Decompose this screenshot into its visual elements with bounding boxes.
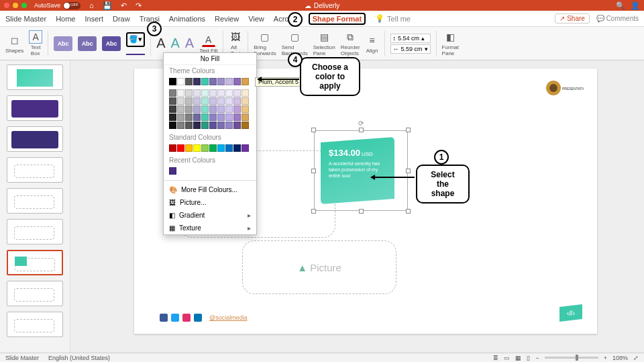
colour-swatch[interactable] (185, 89, 193, 97)
tab-review[interactable]: Review (215, 15, 239, 23)
shapes-button[interactable]: ◻Shapes (5, 34, 23, 54)
zoom-slider[interactable] (545, 357, 598, 359)
selected-shape[interactable]: ⟳ $134.00USD A wonderful serenity has ta… (314, 130, 408, 211)
colour-swatch[interactable] (233, 114, 241, 121)
maximize-window-icon[interactable] (21, 3, 27, 8)
zoom-in-icon[interactable]: + (604, 355, 607, 361)
colour-swatch[interactable] (169, 105, 176, 113)
tab-acrobat[interactable]: Acrobat (274, 15, 299, 23)
pinterest-icon[interactable] (182, 314, 191, 322)
textbox-button[interactable]: AText Box (29, 30, 42, 56)
resize-handle[interactable] (311, 169, 316, 173)
colour-swatch[interactable] (241, 97, 249, 105)
colour-swatch[interactable] (201, 89, 209, 97)
colour-swatch[interactable] (209, 105, 217, 113)
colour-swatch[interactable] (225, 89, 233, 97)
tell-me[interactable]: 💡Tell me (375, 14, 411, 23)
colour-swatch[interactable] (169, 122, 176, 129)
no-fill-option[interactable]: No Fill (164, 53, 256, 65)
colour-swatch[interactable] (193, 144, 201, 152)
view-reading-icon[interactable]: ▯ (527, 355, 530, 361)
colour-swatch[interactable] (209, 122, 217, 129)
resize-handle[interactable] (359, 128, 364, 132)
colour-swatch[interactable] (201, 114, 209, 121)
shape-style-2[interactable]: Abc (78, 36, 97, 51)
thumbnail-selected[interactable] (7, 250, 63, 275)
undo-icon[interactable]: ↶ (121, 1, 127, 10)
colour-swatch[interactable] (233, 122, 241, 129)
colour-swatch[interactable] (233, 144, 241, 152)
slide-canvas[interactable]: PRESENTATIONS ▲ Picture ⟳ $134.00USD (70, 60, 644, 353)
tab-transitions[interactable]: Transitions (140, 15, 160, 23)
colour-swatch[interactable] (185, 78, 193, 85)
colour-swatch[interactable] (225, 105, 233, 113)
colour-swatch[interactable] (241, 144, 249, 152)
share-button[interactable]: ↗ Share (555, 13, 589, 24)
colour-swatch[interactable] (169, 89, 176, 97)
home-icon[interactable]: ⌂ (89, 1, 94, 9)
colour-swatch[interactable] (193, 114, 201, 121)
wordart-style-2[interactable]: A (170, 36, 179, 51)
redo-icon[interactable]: ↷ (136, 1, 142, 10)
colour-swatch[interactable] (233, 97, 241, 105)
colour-swatch[interactable] (193, 89, 201, 97)
shape-outline-dropdown[interactable] (126, 48, 145, 55)
width-input[interactable]: ↔ 5.59 cm ▾ (390, 44, 431, 54)
align-button[interactable]: ≡Align (366, 34, 379, 54)
texture-fill[interactable]: ▦Texture▸ (164, 222, 256, 234)
colour-swatch[interactable] (225, 97, 233, 105)
colour-swatch[interactable] (177, 144, 184, 152)
thumbnail[interactable] (7, 64, 63, 90)
resize-handle[interactable] (359, 209, 364, 214)
tab-home[interactable]: Home (56, 15, 75, 23)
colour-swatch[interactable] (217, 78, 225, 85)
colour-swatch[interactable] (193, 78, 201, 85)
colour-swatch[interactable] (225, 122, 233, 129)
colour-swatch[interactable] (169, 144, 176, 152)
colour-swatch[interactable] (169, 97, 176, 105)
tab-insert[interactable]: Insert (85, 15, 103, 23)
thumbnail[interactable] (7, 95, 63, 121)
colour-swatch[interactable] (193, 122, 201, 129)
picture-fill[interactable]: 🖼Picture... (164, 196, 256, 209)
colour-swatch[interactable] (233, 78, 241, 85)
colour-swatch[interactable] (185, 97, 193, 105)
wordart-style-1[interactable]: A (156, 36, 165, 51)
resize-handle[interactable] (311, 128, 316, 132)
zoom-out-icon[interactable]: − (535, 355, 539, 361)
colour-swatch[interactable] (169, 167, 176, 175)
shape-style-1[interactable]: Abc (54, 36, 72, 51)
text-fill-button[interactable]: AText Fill (199, 34, 217, 54)
tab-shape-format[interactable]: Shape Format (309, 13, 366, 25)
colour-swatch[interactable] (217, 114, 225, 121)
colour-swatch[interactable] (193, 105, 201, 113)
social-handle[interactable]: @socialmedia (209, 314, 248, 321)
height-input[interactable]: ↕ 5.54 cm ▴ (390, 34, 431, 43)
autosave-toggle[interactable]: AutoSave OFF (34, 2, 80, 9)
save-icon[interactable]: 💾 (103, 1, 112, 10)
gradient-fill[interactable]: ◧Gradient▸ (164, 209, 256, 222)
minimize-window-icon[interactable] (13, 3, 18, 8)
colour-swatch[interactable] (217, 122, 225, 129)
zoom-value[interactable]: 108% (612, 355, 628, 361)
colour-swatch[interactable] (233, 105, 241, 113)
bring-forward-button[interactable]: ▢Bring Forwards (254, 30, 276, 56)
colour-swatch[interactable] (201, 97, 209, 105)
colour-swatch[interactable] (201, 78, 209, 85)
tab-animations[interactable]: Animations (169, 15, 205, 23)
colour-swatch[interactable] (177, 78, 184, 85)
wordart-style-3[interactable]: A (185, 36, 194, 51)
colour-swatch[interactable] (209, 78, 217, 85)
selection-pane-button[interactable]: ▤Selection Pane (313, 30, 335, 56)
tab-draw[interactable]: Draw (113, 15, 130, 23)
colour-swatch[interactable] (225, 114, 233, 121)
colour-swatch[interactable] (241, 122, 249, 129)
colour-swatch[interactable] (169, 78, 176, 85)
slide-thumbnails[interactable] (0, 60, 70, 353)
close-window-icon[interactable] (4, 3, 9, 8)
colour-swatch[interactable] (185, 122, 193, 129)
colour-swatch[interactable] (209, 89, 217, 97)
thumbnail[interactable] (7, 281, 63, 306)
resize-handle[interactable] (406, 209, 411, 214)
colour-swatch[interactable] (217, 97, 225, 105)
